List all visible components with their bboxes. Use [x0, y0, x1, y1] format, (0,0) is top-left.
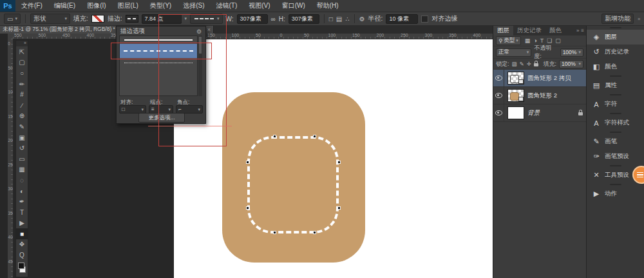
- workspace-menu-icon[interactable]: ≡: [638, 17, 640, 21]
- zoom-tool[interactable]: Q: [16, 250, 28, 261]
- filter-smart-object-icon[interactable]: ▢: [555, 37, 561, 44]
- menu-item[interactable]: 图层(L): [112, 0, 144, 12]
- anchor-point[interactable]: [337, 206, 341, 210]
- menu-item[interactable]: 选择(S): [177, 0, 210, 12]
- toolbar-collapse-icon[interactable]: »: [16, 41, 28, 46]
- stroke-style-dotted[interactable]: [120, 58, 197, 68]
- layer-row[interactable]: 背景: [493, 104, 586, 122]
- lock-transparency-icon[interactable]: ▨: [512, 61, 517, 67]
- menu-item[interactable]: 编辑(E): [48, 0, 81, 12]
- opacity-select[interactable]: 100%▾: [560, 48, 583, 57]
- gear-icon[interactable]: ⚙: [359, 15, 365, 23]
- layer-thumbnail[interactable]: [507, 89, 524, 102]
- menu-item[interactable]: 文件(F): [15, 0, 48, 12]
- visibility-toggle[interactable]: [493, 70, 504, 86]
- tab-颜色[interactable]: 颜色: [545, 26, 565, 35]
- dock-actions[interactable]: ▶动作: [587, 186, 644, 201]
- marquee-tool[interactable]: ▢: [16, 57, 28, 68]
- foreground-color-swatch[interactable]: [18, 263, 24, 269]
- horizontal-ruler[interactable]: 5505004504003503002502001501005005010015…: [13, 34, 493, 39]
- filter-adjustment-icon[interactable]: ◑: [533, 37, 536, 44]
- visibility-toggle[interactable]: [493, 87, 504, 104]
- filter-shape-icon[interactable]: ❏: [547, 37, 552, 44]
- anchor-point[interactable]: [246, 206, 249, 210]
- type-tool[interactable]: T: [16, 207, 28, 218]
- stroke-width-field[interactable]: 7.84 点: [142, 14, 182, 24]
- stroke-swatch[interactable]: [126, 15, 138, 23]
- path-operations-icon[interactable]: □: [329, 15, 333, 23]
- path-selection-tool[interactable]: ▶: [16, 218, 28, 229]
- lasso-tool[interactable]: ○: [16, 68, 28, 79]
- quick-selection-tool[interactable]: ✏: [16, 79, 28, 90]
- filter-type-select[interactable]: ⚲ 类型 ▾: [496, 36, 521, 45]
- tab-历史记录[interactable]: 历史记录: [513, 26, 545, 35]
- dock-history[interactable]: ↺历史记录: [587, 45, 644, 59]
- gear-icon[interactable]: ⚙: [196, 28, 202, 35]
- radius-field[interactable]: 10 像素: [386, 14, 418, 24]
- dock-brush-presets[interactable]: ✑画笔预设: [587, 149, 644, 164]
- crop-tool[interactable]: #: [16, 89, 28, 100]
- pen-tool[interactable]: ✒: [16, 196, 28, 207]
- anchor-point[interactable]: [313, 231, 316, 234]
- anchor-point[interactable]: [246, 161, 249, 164]
- history-brush-tool[interactable]: ↺: [16, 143, 28, 154]
- vertical-ruler[interactable]: 050100150200250300350400450: [8, 39, 14, 278]
- blend-mode-select[interactable]: 正常▾: [496, 48, 531, 57]
- close-icon[interactable]: ×: [207, 26, 211, 33]
- eraser-tool[interactable]: ▭: [16, 154, 28, 164]
- dock-character-styles[interactable]: A字符样式: [587, 115, 644, 130]
- panel-menu-icon[interactable]: ≡: [581, 28, 584, 34]
- lock-paint-icon[interactable]: ✎: [520, 61, 524, 67]
- fill-select[interactable]: 100%▾: [559, 60, 583, 68]
- dock-properties[interactable]: ▤属性: [587, 78, 644, 93]
- menu-item[interactable]: 帮助(H): [311, 0, 345, 12]
- menu-item[interactable]: 类型(Y): [144, 0, 177, 12]
- path-arrangement-icon[interactable]: ∴: [345, 15, 349, 23]
- gradient-tool[interactable]: ▦: [16, 164, 28, 175]
- more-options-button[interactable]: 更多选项...: [138, 113, 185, 123]
- blur-tool[interactable]: ◌: [16, 175, 28, 186]
- rectangle-tool[interactable]: ■: [16, 228, 28, 239]
- stroke-width-chevron-icon[interactable]: ▾: [185, 16, 187, 21]
- lock-move-icon[interactable]: ✛: [527, 61, 531, 67]
- anchor-point[interactable]: [273, 135, 276, 138]
- layer-thumbnail[interactable]: [507, 72, 524, 84]
- dock-character[interactable]: A字符: [587, 97, 644, 112]
- filter-pixel-icon[interactable]: ▦: [525, 37, 531, 44]
- stroke-type-select[interactable]: ▾: [190, 14, 223, 24]
- menu-item[interactable]: 视图(V): [243, 0, 276, 12]
- healing-brush-tool[interactable]: ⊕: [16, 111, 28, 122]
- shape-height-field[interactable]: 307像素: [289, 14, 319, 24]
- clone-stamp-tool[interactable]: ▣: [16, 132, 28, 143]
- menu-item[interactable]: 滤镜(T): [211, 0, 243, 12]
- brush-tool[interactable]: ✎: [16, 121, 28, 132]
- anchor-point[interactable]: [337, 161, 341, 164]
- collapse-icon[interactable]: »: [576, 28, 579, 34]
- dock-color[interactable]: ◧颜色: [587, 59, 644, 74]
- anchor-point[interactable]: [313, 135, 316, 138]
- align-edges-checkbox[interactable]: [421, 15, 428, 23]
- layer-row[interactable]: 圆角矩形 2: [493, 87, 586, 104]
- move-tool[interactable]: ⇱: [16, 46, 28, 57]
- fill-swatch[interactable]: [91, 15, 104, 23]
- visibility-toggle[interactable]: [493, 104, 504, 121]
- tab-图层[interactable]: 图层: [493, 26, 513, 35]
- stroke-style-solid[interactable]: [120, 36, 197, 44]
- eyedropper-tool[interactable]: ∕: [16, 100, 28, 111]
- menu-item[interactable]: 窗口(W): [276, 0, 311, 12]
- stroke-style-dashed[interactable]: [120, 44, 197, 58]
- shape-width-field[interactable]: 307像素: [237, 14, 268, 24]
- workspace-switcher[interactable]: 新增功能: [601, 14, 634, 24]
- scrollbar[interactable]: [198, 35, 202, 96]
- hand-tool[interactable]: ✥: [16, 239, 28, 250]
- dock-brush[interactable]: ✎画笔: [587, 134, 644, 149]
- dodge-tool[interactable]: ◐: [16, 186, 28, 197]
- dock-layers[interactable]: ◈图层: [587, 30, 644, 45]
- dashed-stroke-path[interactable]: [247, 136, 339, 233]
- color-swatches[interactable]: [16, 261, 28, 275]
- lock-all-icon[interactable]: [534, 63, 538, 66]
- filter-type-icon[interactable]: T: [540, 37, 544, 44]
- menu-item[interactable]: 图像(I): [81, 0, 111, 12]
- layer-thumbnail[interactable]: [507, 106, 524, 119]
- layer-row[interactable]: 圆角矩形 2 拷贝: [493, 70, 586, 87]
